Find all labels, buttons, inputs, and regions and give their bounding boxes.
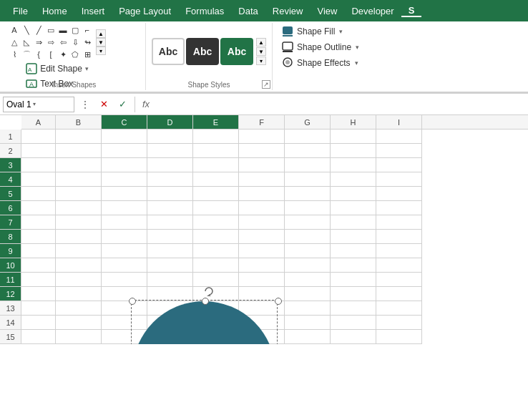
row-header-12[interactable]: 12: [0, 287, 21, 301]
menu-developer[interactable]: Developer: [344, 6, 401, 16]
shape-effects-dropdown[interactable]: ▾: [355, 59, 358, 67]
col-header-b[interactable]: B: [56, 115, 102, 129]
cell-B4[interactable]: [56, 172, 102, 187]
shape-style-btn-3[interactable]: Abc: [220, 38, 253, 65]
cell-H4[interactable]: [331, 172, 376, 187]
cell-D3[interactable]: [147, 158, 193, 172]
cell-I12[interactable]: [376, 287, 422, 301]
cell-G7[interactable]: [285, 215, 331, 230]
col-header-h[interactable]: H: [331, 115, 376, 129]
menu-review[interactable]: Review: [265, 6, 311, 16]
cell-D9[interactable]: [147, 244, 193, 258]
cell-C1[interactable]: [102, 130, 147, 144]
cell-C5[interactable]: [102, 187, 147, 201]
cell-F11[interactable]: [239, 273, 285, 287]
row-header-7[interactable]: 7: [0, 215, 21, 230]
cell-B10[interactable]: [56, 258, 102, 273]
shapes-scroll-up[interactable]: ▲: [96, 29, 106, 38]
cell-F6[interactable]: [239, 201, 285, 215]
cell-B3[interactable]: [56, 158, 102, 172]
cell-F2[interactable]: [239, 144, 285, 158]
cell-I6[interactable]: [376, 201, 422, 215]
cell-D7[interactable]: [147, 215, 193, 230]
shape-btn-line2[interactable]: ╱: [33, 24, 44, 36]
cell-H14[interactable]: [331, 316, 376, 330]
cell-E4[interactable]: [193, 172, 239, 187]
row-header-2[interactable]: 2: [0, 144, 21, 158]
cell-C2[interactable]: [102, 144, 147, 158]
shape-btn-bracket[interactable]: [: [45, 49, 57, 60]
cell-D1[interactable]: [147, 130, 193, 144]
row-header-5[interactable]: 5: [0, 187, 21, 201]
cell-H12[interactable]: [331, 287, 376, 301]
shape-btn-line[interactable]: ╲: [21, 24, 32, 36]
cell-B6[interactable]: [56, 201, 102, 215]
cell-H8[interactable]: [331, 230, 376, 244]
row-header-9[interactable]: 9: [0, 244, 21, 258]
cell-G1[interactable]: [285, 130, 331, 144]
shape-btn-rect2[interactable]: ▬: [57, 24, 69, 36]
cell-A11[interactable]: [21, 273, 56, 287]
row-header-3[interactable]: 3: [0, 158, 21, 172]
cell-B5[interactable]: [56, 187, 102, 201]
row-header-10[interactable]: 10: [0, 258, 21, 273]
row-header-11[interactable]: 11: [0, 273, 21, 287]
cell-I13[interactable]: [376, 301, 422, 316]
edit-shape-dropdown[interactable]: ▾: [85, 65, 89, 72]
cell-I1[interactable]: [376, 130, 422, 144]
cell-C6[interactable]: [102, 201, 147, 215]
cell-C3[interactable]: [102, 158, 147, 172]
row-header-15[interactable]: 15: [0, 330, 21, 344]
cell-H11[interactable]: [331, 273, 376, 287]
shape-btn-arrow2[interactable]: ⇨: [45, 36, 57, 48]
cell-G8[interactable]: [285, 230, 331, 244]
col-header-d[interactable]: D: [147, 115, 193, 129]
shape-outline-dropdown[interactable]: ▾: [356, 44, 359, 51]
rotate-handle[interactable]: [201, 283, 217, 299]
menu-data[interactable]: Data: [231, 6, 265, 16]
cell-E3[interactable]: [193, 158, 239, 172]
cell-F8[interactable]: [239, 230, 285, 244]
cell-I15[interactable]: [376, 330, 422, 344]
col-header-a[interactable]: A: [21, 115, 56, 129]
cell-C10[interactable]: [102, 258, 147, 273]
cell-D5[interactable]: [147, 187, 193, 201]
shape-btn-text[interactable]: A: [9, 24, 20, 36]
cell-G4[interactable]: [285, 172, 331, 187]
shapes-scroll-expand[interactable]: ▾: [96, 47, 106, 55]
cell-C4[interactable]: [102, 172, 147, 187]
cell-H7[interactable]: [331, 215, 376, 230]
row-header-6[interactable]: 6: [0, 201, 21, 215]
cell-C8[interactable]: [102, 230, 147, 244]
formula-input[interactable]: [155, 97, 525, 112]
shape-btn-rtri[interactable]: ◺: [21, 36, 32, 48]
row-header-8[interactable]: 8: [0, 230, 21, 244]
cell-G6[interactable]: [285, 201, 331, 215]
shape-btn-brace[interactable]: {: [33, 49, 44, 60]
handle-top-right[interactable]: [275, 298, 282, 305]
cell-F4[interactable]: [239, 172, 285, 187]
shape-btn-snip[interactable]: ⌐: [82, 24, 93, 36]
row-header-4[interactable]: 4: [0, 172, 21, 187]
cell-H13[interactable]: [331, 301, 376, 316]
cell-I2[interactable]: [376, 144, 422, 158]
cell-F10[interactable]: [239, 258, 285, 273]
shape-style-btn-1[interactable]: Abc: [152, 38, 185, 65]
cell-A1[interactable]: [21, 130, 56, 144]
cell-G12[interactable]: [285, 287, 331, 301]
shape-btn-darrow[interactable]: ⇩: [69, 36, 81, 48]
shape-btn-more[interactable]: ⊞: [82, 49, 93, 60]
cell-D6[interactable]: [147, 201, 193, 215]
menu-view[interactable]: View: [310, 6, 344, 16]
cell-I7[interactable]: [376, 215, 422, 230]
cell-G14[interactable]: [285, 316, 331, 330]
cell-A5[interactable]: [21, 187, 56, 201]
col-header-c[interactable]: C: [102, 115, 147, 129]
cell-C11[interactable]: [102, 273, 147, 287]
cell-G10[interactable]: [285, 258, 331, 273]
shapes-scroll-down[interactable]: ▼: [96, 38, 106, 47]
col-header-f[interactable]: F: [239, 115, 285, 129]
col-header-i[interactable]: I: [376, 115, 422, 129]
shape-btn-larrow[interactable]: ⇦: [57, 36, 69, 48]
cell-B8[interactable]: [56, 230, 102, 244]
